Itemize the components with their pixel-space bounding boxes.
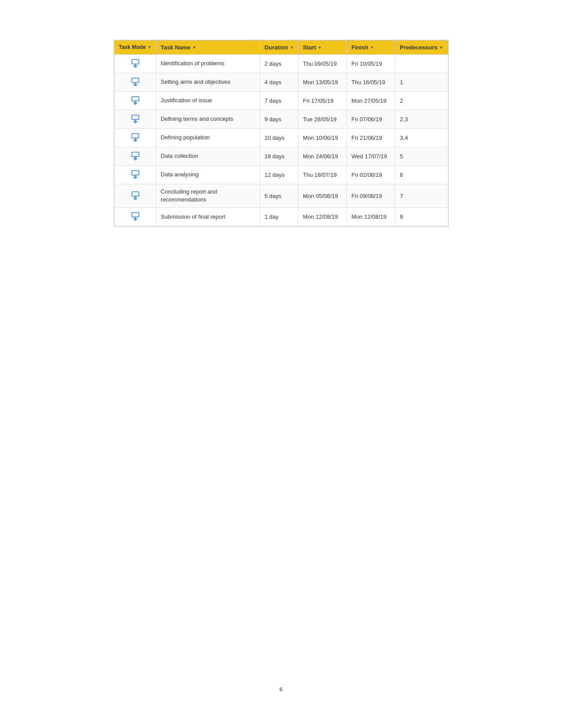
svg-rect-25 [132, 171, 138, 175]
svg-rect-5 [132, 78, 138, 82]
task-mode-cell [114, 110, 156, 129]
task-mode-icon [130, 58, 140, 68]
svg-rect-34 [134, 217, 136, 219]
finish-cell: Fri 21/06/19 [347, 129, 395, 147]
svg-rect-1 [132, 60, 138, 63]
task-mode-cell [114, 166, 156, 184]
task-name-cell: Submission of final report [156, 208, 260, 226]
predecessors-cell: 7 [395, 184, 448, 208]
start-cell: Mon 10/06/19 [298, 129, 347, 147]
table-row: Submission of final report1 dayMon 12/08… [114, 208, 448, 226]
task-mode-icon [130, 77, 140, 86]
duration-cell: 18 days [260, 147, 298, 166]
predecessors-cell: 2 [395, 92, 448, 110]
task-mode-cell [114, 73, 156, 92]
task-mode-icon [130, 190, 140, 200]
start-cell: Tue 28/05/19 [298, 110, 347, 129]
finish-dropdown-icon[interactable]: ▼ [370, 45, 374, 50]
start-cell: Thu 09/05/19 [298, 55, 347, 73]
svg-rect-30 [134, 197, 136, 198]
task-mode-icon [130, 151, 140, 161]
table-header-row: Task Mode ▼ Task Name ▼ Duration ▼ [114, 41, 448, 55]
svg-marker-35 [133, 219, 138, 221]
predecessors-cell: 5 [395, 147, 448, 166]
table-row: Data collection18 daysMon 24/06/19Wed 17… [114, 147, 448, 166]
task-mode-cell [114, 55, 156, 73]
duration-cell: 2 days [260, 55, 298, 73]
task-name-cell: Setting aims and objectives [156, 73, 260, 92]
task-name-cell: Concluding report and recommendations [156, 184, 260, 208]
task-mode-cell [114, 147, 156, 166]
header-task-name[interactable]: Task Name ▼ [156, 41, 260, 55]
start-dropdown-icon[interactable]: ▼ [318, 45, 322, 50]
task-mode-icon [130, 132, 140, 142]
task-mode-cell [114, 184, 156, 208]
start-cell: Fri 17/05/19 [298, 92, 347, 110]
start-cell: Mon 12/08/19 [298, 208, 347, 226]
page-number: 6 [35, 668, 527, 702]
duration-cell: 7 days [260, 92, 298, 110]
task-name-cell: Defining population [156, 129, 260, 147]
svg-rect-6 [134, 83, 136, 84]
svg-rect-13 [132, 116, 138, 119]
predecessors-cell: 2,3 [395, 110, 448, 129]
duration-cell: 12 days [260, 166, 298, 184]
task-name-cell: Data collection [156, 147, 260, 166]
svg-marker-19 [133, 140, 138, 142]
svg-rect-18 [134, 138, 136, 140]
task-mode-cell [114, 129, 156, 147]
task-name-dropdown-icon[interactable]: ▼ [192, 45, 196, 50]
svg-rect-2 [134, 64, 136, 66]
duration-cell: 9 days [260, 110, 298, 129]
start-cell: Mon 24/06/19 [298, 147, 347, 166]
table-row: Defining population10 daysMon 10/06/19Fr… [114, 129, 448, 147]
predecessors-cell: 6 [395, 166, 448, 184]
start-cell: Thu 18/07/19 [298, 166, 347, 184]
svg-rect-26 [134, 175, 136, 177]
finish-cell: Thu 16/05/19 [347, 73, 395, 92]
header-start[interactable]: Start ▼ [298, 41, 347, 55]
task-name-cell: Identification of problems [156, 55, 260, 73]
svg-rect-33 [132, 213, 138, 217]
table-row: Identification of problems2 daysThu 09/0… [114, 55, 448, 73]
table-row: Justification of issue7 daysFri 17/05/19… [114, 92, 448, 110]
svg-rect-29 [132, 192, 138, 196]
svg-rect-14 [134, 120, 136, 121]
predecessors-cell: 1 [395, 73, 448, 92]
task-name-cell: Justification of issue [156, 92, 260, 110]
duration-cell: 5 days [260, 184, 298, 208]
task-mode-dropdown-icon[interactable]: ▼ [148, 45, 152, 49]
header-task-mode[interactable]: Task Mode ▼ [114, 41, 156, 55]
svg-rect-9 [132, 97, 138, 101]
finish-cell: Fri 07/06/19 [347, 110, 395, 129]
task-name-cell: Defining terms and concepts [156, 110, 260, 129]
task-mode-cell [114, 208, 156, 226]
svg-marker-27 [133, 177, 138, 179]
task-mode-icon [130, 169, 140, 179]
svg-marker-3 [133, 66, 138, 68]
finish-cell: Fri 02/08/19 [347, 166, 395, 184]
task-mode-cell [114, 92, 156, 110]
predecessors-cell [395, 55, 448, 73]
predecessors-dropdown-icon[interactable]: ▼ [439, 45, 443, 50]
task-mode-icon [130, 114, 140, 123]
svg-rect-17 [132, 134, 138, 138]
duration-cell: 1 day [260, 208, 298, 226]
header-finish[interactable]: Finish ▼ [347, 41, 395, 55]
svg-marker-15 [133, 121, 138, 123]
duration-dropdown-icon[interactable]: ▼ [290, 45, 294, 50]
task-name-cell: Data analysing [156, 166, 260, 184]
predecessors-cell: 3,4 [395, 129, 448, 147]
gantt-table: Task Mode ▼ Task Name ▼ Duration ▼ [114, 40, 449, 227]
table-row: Defining terms and concepts9 daysTue 28/… [114, 110, 448, 129]
start-cell: Mon 13/05/19 [298, 73, 347, 92]
header-duration[interactable]: Duration ▼ [260, 41, 298, 55]
task-mode-icon [130, 95, 140, 105]
duration-cell: 4 days [260, 73, 298, 92]
table-row: Concluding report and recommendations5 d… [114, 184, 448, 208]
finish-cell: Wed 17/07/19 [347, 147, 395, 166]
svg-marker-7 [133, 84, 138, 86]
header-predecessors[interactable]: Predecessors ▼ [395, 41, 448, 55]
table-row: Data analysing12 daysThu 18/07/19Fri 02/… [114, 166, 448, 184]
svg-rect-21 [132, 153, 138, 156]
